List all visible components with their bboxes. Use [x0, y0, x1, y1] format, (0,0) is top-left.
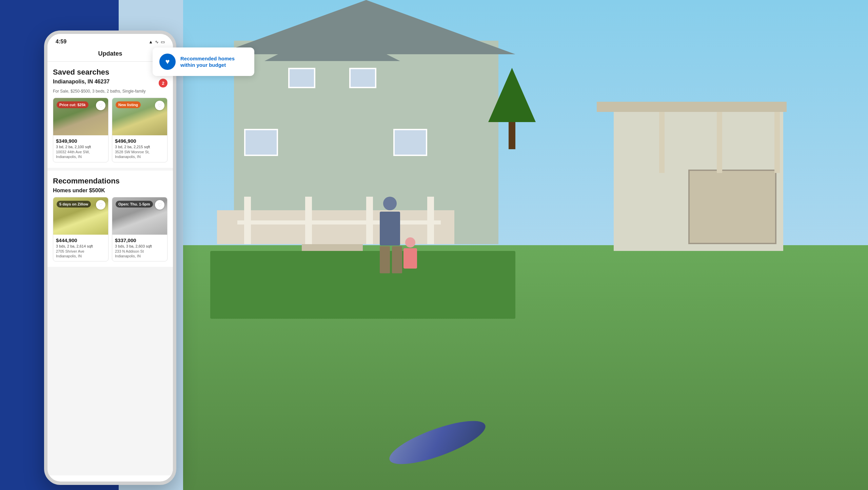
rec-card-1-details: 3 bds, 2 ba, 2,614 sqft: [56, 244, 105, 248]
card-2-image: New listing ♡: [112, 98, 167, 135]
time-display: 4:59: [56, 39, 66, 45]
saved-searches-section: Saved searches Indianapolis, IN 46237 2 …: [47, 62, 173, 168]
window-upper-right: [349, 68, 376, 88]
garage-door: [688, 170, 776, 244]
recommendations-cards-row: 5 days on Zillow ♡ $444,900 3 bds, 2 ba,…: [53, 197, 167, 262]
phone: 4:59 ▲ ∿ ▭ Updates Saved searches Indian…: [44, 31, 176, 485]
saved-search-name: Indianapolis, IN 46237: [53, 79, 110, 85]
house-upper-roof: [264, 27, 400, 61]
listing-card-1[interactable]: Price cut: $25k ♡ $349,900 3 bd, 2 ba, 2…: [53, 98, 108, 162]
notification-text: Recommended homes within your budget: [180, 55, 248, 68]
house-upper-story: [278, 54, 387, 122]
card-2-tag: New listing: [116, 101, 141, 108]
card-1-info: $349,900 3 bd, 2 ba, 2,100 sqft 10032 44…: [53, 135, 108, 162]
card-2-heart-button[interactable]: ♡: [155, 101, 164, 110]
recommendations-subtitle: Homes under $500K: [53, 188, 167, 194]
window-lower-left: [244, 129, 278, 156]
card-1-price: $349,900: [56, 138, 105, 144]
rec-card-1-info: $444,900 3 bds, 2 ba, 2,614 sqft 2705 Sh…: [53, 235, 108, 261]
battery-icon: ▭: [161, 39, 165, 44]
steps: [302, 244, 363, 251]
pergola-col-3: [659, 112, 665, 173]
rec-card-1-image: 5 days on Zillow ♡: [53, 197, 108, 235]
saved-searches-title: Saved searches: [53, 68, 167, 77]
rec-card-2-price: $337,000: [115, 237, 164, 243]
notification-bubble: ♥ Recommended homes within your budget: [153, 47, 254, 76]
saved-searches-cards-row: Price cut: $25k ♡ $349,900 3 bd, 2 ba, 2…: [53, 98, 167, 162]
rec-card-1-price: $444,900: [56, 237, 105, 243]
lawn: [210, 251, 515, 319]
card-2-price: $496,900: [115, 138, 164, 144]
notification-badge: 2: [159, 79, 167, 87]
phone-content[interactable]: Saved searches Indianapolis, IN 46237 2 …: [47, 62, 173, 475]
tree-group: [488, 68, 536, 149]
notification-icon: ♥: [159, 54, 176, 70]
porch: [217, 210, 454, 244]
window-lower-right: [393, 129, 427, 156]
rec-card-1-tag: 5 days on Zillow: [57, 201, 91, 208]
search-criteria: For Sale, $250-$500, 3 beds, 2 baths, Si…: [53, 89, 167, 94]
status-icons: ▲ ∿ ▭: [149, 39, 165, 44]
rec-card-1-address: 2705 Shriver Ave Indianapolis, IN: [56, 249, 105, 259]
signal-icon: ▲: [149, 39, 153, 44]
status-bar: 4:59 ▲ ∿ ▭: [47, 34, 173, 47]
house-background-photo: [183, 0, 868, 490]
rec-card-1-heart-button[interactable]: ♡: [96, 200, 105, 210]
rec-card-2[interactable]: Open: Thu. 1-5pm ♡ $337,000 3 bds, 3 ba,…: [112, 197, 167, 262]
card-2-address: 3528 SW Monroe St, Indianapolis, IN: [115, 150, 164, 159]
person-adult: [380, 197, 402, 275]
card-1-address: 10032 44th Ave SW, Indianapolis, IN: [56, 150, 105, 159]
wifi-icon: ∿: [155, 39, 159, 44]
card-2-info: $496,900 3 bd, 2 ba, 2,215 sqft 3528 SW …: [112, 135, 167, 162]
recommendations-title: Recommendations: [53, 177, 167, 185]
recommendations-section: Recommendations Homes under $500K 5 days…: [47, 171, 173, 267]
rec-card-2-image: Open: Thu. 1-5pm ♡: [112, 197, 167, 235]
porch-railing: [237, 220, 441, 224]
rec-card-1[interactable]: 5 days on Zillow ♡ $444,900 3 bds, 2 ba,…: [53, 197, 108, 262]
window-upper-left: [288, 68, 315, 88]
rec-card-2-details: 3 bds, 3 ba, 2,603 sqft: [115, 244, 164, 248]
person-child: [403, 237, 417, 269]
phone-frame: 4:59 ▲ ∿ ▭ Updates Saved searches Indian…: [44, 31, 176, 485]
app-title: Updates: [53, 50, 167, 57]
rec-card-2-heart-button[interactable]: ♡: [155, 200, 164, 210]
pergola-roof: [597, 102, 787, 112]
card-2-details: 3 bd, 2 ba, 2,215 sqft: [115, 145, 164, 149]
card-1-heart-button[interactable]: ♡: [96, 101, 105, 110]
rec-card-2-info: $337,000 3 bds, 3 ba, 2,603 sqft 233 N A…: [112, 235, 167, 261]
card-1-image: Price cut: $25k ♡: [53, 98, 108, 135]
card-1-details: 3 bd, 2 ba, 2,100 sqft: [56, 145, 105, 149]
saved-search-header: Indianapolis, IN 46237 2: [53, 79, 167, 87]
card-1-tag: Price cut: $25k: [57, 101, 88, 108]
pergola-col-1: [774, 112, 780, 173]
rec-card-2-address: 233 N Addison St Indianapolis, IN: [115, 249, 164, 259]
pergola-col-2: [717, 112, 722, 173]
rec-card-2-tag: Open: Thu. 1-5pm: [116, 201, 153, 208]
listing-card-2[interactable]: New listing ♡ $496,900 3 bd, 2 ba, 2,215…: [112, 98, 167, 162]
